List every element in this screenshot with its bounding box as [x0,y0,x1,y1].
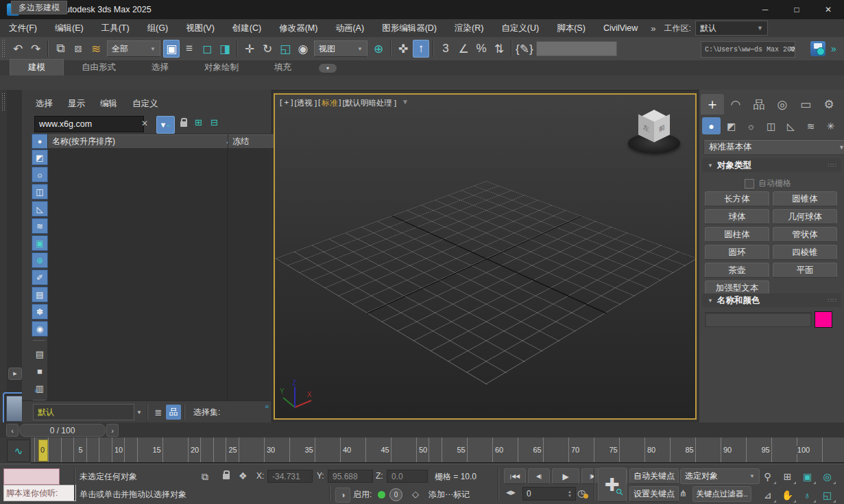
rollout-object-type[interactable]: ▼ 对象类型 ∷∷ [702,158,841,172]
bottom-bar-overflow-icon[interactable]: » [265,403,267,410]
transform-gizmo-icon[interactable]: ❖ [239,470,248,481]
maximize-button[interactable]: □ [781,0,812,19]
zoom-extents-all-icon[interactable]: ◎ [818,468,836,485]
perspective-viewport[interactable]: [ + ][透视 ][标准 ][默认明暗处理 ] ▼ 左 前 X Y Z [274,93,697,420]
object-button-长方体[interactable]: 长方体 [705,191,769,206]
menu-item-9[interactable]: 图形编辑器(D) [373,20,446,37]
isolate-selection-icon[interactable]: ⧉ [202,471,208,483]
hidden-filter-icon[interactable]: ◉ [32,321,48,337]
ref-coord-dropdown[interactable]: 视图▼ [314,40,367,57]
object-button-平面[interactable]: 平面 [773,263,837,278]
menu-item-5[interactable]: 视图(V) [177,20,224,37]
object-button-球体[interactable]: 球体 [705,209,769,224]
tab-motion[interactable]: ◎ [771,94,794,115]
key-filters-button[interactable]: 关键点过滤器.. [692,486,751,502]
viewport-label-part-6[interactable]: [默认明暗处理 ] [343,98,397,108]
maximize-viewport-icon[interactable]: ◱ [818,486,836,503]
spinner-icon[interactable]: ▲▼ [568,490,572,498]
minimize-button[interactable]: ─ [749,0,781,19]
time-slider-track[interactable]: ‹ 0 / 100 › [0,422,844,438]
selection-filter-dropdown[interactable]: 全部▼ [107,40,160,57]
select-by-name-icon[interactable]: ≡ [181,40,197,58]
filter-column-overflow-icon[interactable]: » [34,386,37,394]
primitive-category-dropdown[interactable]: 标准基本体 ▼ [703,139,844,155]
viewport-label[interactable]: [ + ][透视 ][标准 ][默认明暗处理 ] ▼ [280,98,409,108]
project-path-dropdown[interactable]: C:\Users\ww⋯ds Max 2025 ▾ [701,41,795,58]
viewport-label-part-3[interactable]: [ [318,98,320,108]
category-spacewarps[interactable]: ≋ [801,117,820,134]
workspace-dropdown[interactable]: 默认 ▼ [695,21,768,36]
explorer-menu-2[interactable]: 显示 [68,98,85,110]
ribbon-tab-4[interactable]: 对象绘制 [186,60,256,75]
blank-swatch-icon[interactable]: ■ [32,363,48,379]
mini-curve-editor-icon[interactable]: ∿ [7,440,30,462]
category-shapes[interactable]: ◩ [722,117,740,134]
menu-item-13[interactable]: CivilView [594,20,647,37]
x-coord-field[interactable]: -34.731 [267,470,313,483]
explorer-dock-handle[interactable] [0,90,7,422]
tab-utilities[interactable]: ⚙ [817,94,841,115]
named-selection-field[interactable] [536,41,617,56]
next-frame-arrow[interactable]: › [106,424,119,437]
menu-item-7[interactable]: 修改器(M) [270,20,326,37]
viewport-layout-expand-button[interactable]: ▶ [8,368,22,380]
spinner-snap-icon[interactable]: ⇅ [491,40,507,58]
y-coord-field[interactable]: 95.688 [328,470,373,483]
explorer-menu-1[interactable]: 选择 [36,98,53,110]
object-name-field[interactable] [705,312,812,327]
select-manipulate-icon[interactable]: ✜ [395,40,411,58]
timeline-ruler[interactable]: 0510152025303540455055606570758085909510… [31,437,844,464]
explorer-menu-4[interactable]: 自定义 [132,98,158,110]
zoom-extents-icon[interactable]: ▣ [798,468,817,485]
ribbon-tab-1[interactable]: 建模 [10,59,64,75]
chevron-down-icon[interactable]: ▼ [134,405,144,420]
helpers-filter-icon[interactable]: ◺ [32,201,48,217]
menu-item-12[interactable]: 脚本(S) [548,20,594,37]
key-filters-icon[interactable]: ⋔ [679,488,687,499]
groups-filter-icon[interactable]: ▣ [32,235,48,251]
filter-icon[interactable]: ▼ [156,116,175,134]
category-geometry[interactable]: ● [702,117,721,134]
menu-item-8[interactable]: 动画(A) [326,20,373,37]
unlink-icon[interactable]: ⧈ [70,40,86,58]
autogrid-checkbox[interactable]: 自动栅格 [745,178,791,189]
set-keys-button[interactable]: ✚ ⚲ [598,468,627,502]
menu-item-11[interactable]: 自定义(U) [492,20,548,37]
zoom-icon[interactable]: ⚲ [758,468,777,485]
previous-frame-arrow[interactable]: ‹ [6,424,19,437]
category-cameras[interactable]: ◫ [762,117,780,134]
object-button-几何球体[interactable]: 几何球体 [773,209,837,224]
lock-icon[interactable] [180,121,187,127]
key-filter-dropdown[interactable]: 选定对象 ▼ [680,468,760,484]
tree-collapse-icon[interactable]: ⊟ [210,117,218,128]
orbit-icon[interactable]: ♁ [798,486,817,503]
fov-icon[interactable]: ⊿ [758,486,777,503]
menu-item-4[interactable]: 组(G) [138,20,178,37]
menu-item-6[interactable]: 创建(C) [224,20,270,37]
snap-3d-icon[interactable]: 3 [437,40,454,58]
select-place-icon[interactable]: ◉ [295,40,311,58]
containers-filter-icon[interactable]: ▤ [32,287,48,302]
spacewarps-filter-icon[interactable]: ≋ [32,218,48,234]
menu-item-3[interactable]: 工具(T) [93,20,138,37]
go-start-button[interactable]: |◀◀ [504,468,526,484]
viewport-label-part-5[interactable]: ] [339,98,341,108]
time-slider-handle[interactable]: 0 / 100 [19,424,106,437]
rect-select-region-icon[interactable]: ◻ [199,40,215,58]
layers-icon[interactable]: ≣ [151,405,166,420]
time-configuration-icon[interactable]: ◷ [577,488,586,499]
object-button-茶壶[interactable]: 茶壶 [705,263,769,278]
menu-overflow-icon[interactable]: » [651,23,654,34]
select-link-icon[interactable]: ⧉ [52,40,69,58]
object-button-圆环[interactable]: 圆环 [705,245,769,260]
tab-create[interactable]: ＋ [701,94,724,115]
viewport-label-part-4[interactable]: 标准 [322,98,337,108]
window-crossing-icon[interactable]: ◨ [217,40,233,58]
explorer-menu-3[interactable]: 编辑 [100,98,117,110]
maxscript-mini-listener[interactable] [3,468,60,485]
checkbox-icon[interactable] [745,179,754,189]
tab-poly-modeling[interactable]: 多边形建模 [11,1,67,14]
menu-item-10[interactable]: 渲染(R) [446,20,492,37]
adaptive-degradation-icon[interactable]: ◑ [335,488,350,503]
object-color-swatch[interactable] [815,311,832,328]
